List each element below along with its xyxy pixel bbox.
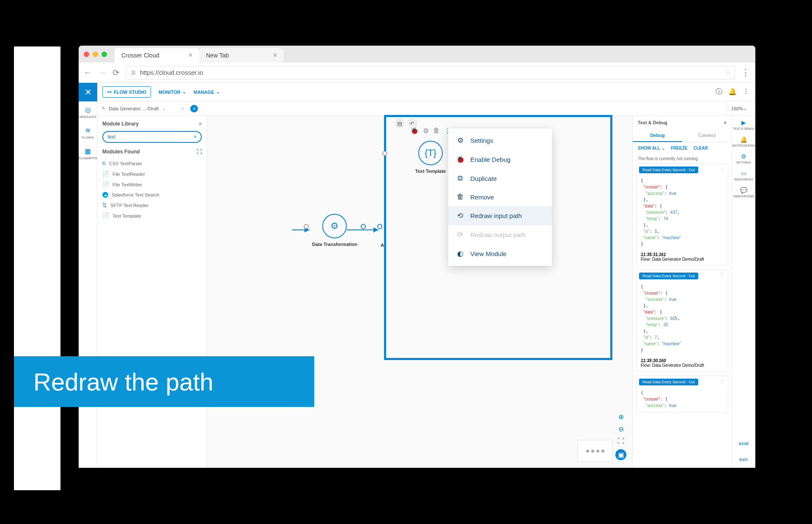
browser-menu-icon[interactable]: ⋮ [741,67,750,78]
found-title: Modules Found [102,149,140,155]
canvas-zoom-controls: ⊕ ⊖ ⛶ ▣ [615,413,626,460]
tab-label: New Tab [206,52,229,59]
flow-studio-button[interactable]: ⊶FLOW STUDIO [102,86,151,98]
context-menu-item[interactable]: ◐View Module [448,244,552,263]
rail-label: FLOWS [82,136,93,139]
module-label: Text Template [112,213,141,218]
close-window-icon[interactable] [84,52,89,57]
right-rail-item[interactable]: ⚙SETTINGS [736,153,751,164]
manage-menu[interactable]: MANAGE⌄ [194,89,220,95]
show-all-dropdown[interactable]: SHOW ALL ⌄ [638,146,665,150]
browser-tab-new[interactable]: New Tab× [199,48,284,63]
browser-tab-crosser[interactable]: Crosser Cloud× [115,48,199,63]
rail-icon: 🔔 [740,136,747,143]
rail-icon: ▶ [741,119,746,126]
close-tab-icon[interactable]: × [189,52,192,59]
input-port[interactable] [304,224,309,229]
zoom-in-icon[interactable]: ⊕ [618,413,624,421]
trash-icon[interactable]: 🗑 [433,127,440,135]
chevron-down-icon: ⌄ [216,89,220,95]
minimize-window-icon[interactable] [93,52,98,57]
card-more-icon[interactable]: ⋮ [720,273,724,278]
flow-canvas[interactable]: ▤ ↶ ⚙ Data Transformation [207,116,632,468]
input-port[interactable] [377,224,382,229]
app-header: ✕ ⊶FLOW STUDIO MONITOR⌄ MANAGE⌄ ⓘ 🔔 ⋮ [79,83,755,101]
context-menu-item[interactable]: ⧉Duplicate [448,169,552,188]
rail-flowapps[interactable]: ▦FLOWAPPS [79,147,97,160]
panel-tabs: Debug Connect [633,129,732,142]
tab-connect[interactable]: Connect [682,129,732,142]
rail-icon: ⚙ [741,153,746,160]
card-more-icon[interactable]: ⋮ [720,166,724,172]
rail-flows[interactable]: ≋FLOWS [82,126,93,139]
module-item[interactable]: ⇅SFTP Text Reader [102,200,202,210]
right-rail-item[interactable]: ▭RESOURCES [734,170,753,181]
debug-icon[interactable]: 🐞 [410,127,419,135]
notification-icon[interactable]: 🔔 [728,87,737,96]
close-crumb-icon[interactable]: × [181,106,184,111]
module-item[interactable]: 📄Text Template [102,210,202,221]
breadcrumb-label: Data Generator ... /Draft [109,106,159,111]
chevron-down-icon[interactable]: ⌄ [162,106,166,111]
add-tab-button[interactable]: + [190,105,198,112]
debug-card-list[interactable]: Read Data Every Second - Out⋮{ "crosser"… [633,164,732,468]
module-search-input[interactable]: text× [102,131,202,143]
back-icon[interactable]: ← [84,68,92,77]
right-rail-item[interactable]: 🔔NOTIFICATIONS [732,136,755,147]
gear-icon[interactable]: ⚙ [423,127,429,135]
reload-icon[interactable]: ⟳ [112,68,120,78]
monitor-menu[interactable]: MONITOR⌄ [159,89,186,95]
app-menu-icon[interactable]: ⋮ [743,87,749,96]
banner-text: Redraw the path [33,368,214,396]
module-item[interactable]: ☁Salesforce Text Search [102,190,202,200]
help-icon[interactable]: ⓘ [716,87,722,96]
rail-modules[interactable]: ◎MODULES [80,106,96,119]
forward-icon[interactable]: → [98,68,107,77]
node-partial[interactable]: A [381,214,384,248]
minimap[interactable] [577,440,613,462]
module-item[interactable]: 📄File TextReader [102,169,202,179]
node-label: Data Transformation [312,242,357,247]
context-menu-item[interactable]: ⟲Redraw input path [448,206,552,225]
context-menu-item[interactable]: 🐞Enable Debug [448,150,552,169]
white-sidebar-bg [14,46,60,490]
right-rail-button[interactable]: SAVE [739,442,749,446]
menu-item-icon: 🗑 [456,193,464,201]
right-rail-item[interactable]: ▶TEST & DEBUG [733,119,754,130]
freeze-button[interactable]: FREEZE [671,146,687,150]
context-menu-item[interactable]: 🗑Remove [448,188,552,206]
right-rail-button[interactable]: EXIT [739,458,748,462]
edit-icon[interactable]: ✎ [102,106,105,111]
module-item[interactable]: ⎘CSV TextParser [102,158,202,169]
test-debug-panel: Test & Debug× Debug Connect SHOW ALL ⌄ F… [632,116,732,468]
maximize-window-icon[interactable] [102,52,107,57]
context-menu-item[interactable]: ⚙Settings [448,131,552,150]
zoom-indicator[interactable]: 160% ⌄ [727,101,751,115]
card-more-icon[interactable]: ⋮ [720,379,724,384]
app-logo[interactable]: ✕ [79,83,97,101]
node-data-transformation[interactable]: ⚙ Data Transformation [312,214,357,247]
close-panel-icon[interactable]: × [724,120,727,125]
rail-label: ANNOTATIONS [733,195,754,198]
debug-chip: Read Data Every Second - Out [639,273,698,279]
module-label: File TextReader [112,172,145,177]
right-rail-item[interactable]: 💬ANNOTATIONS [733,187,754,198]
fit-icon[interactable]: ▣ [615,449,626,460]
fullscreen-icon[interactable]: ⛶ [617,437,624,445]
right-rail: ▶TEST & DEBUG🔔NOTIFICATIONS⚙SETTINGS▭RES… [732,116,755,468]
address-bar: ← → ⟳ 🗎https://cloud.crosser.io☆ ⋮ [79,63,755,83]
url-input[interactable]: 🗎https://cloud.crosser.io☆ [126,66,735,79]
close-panel-icon[interactable]: × [199,121,202,127]
module-item[interactable]: 📄File TextWriter [102,179,202,190]
output-port[interactable] [361,224,366,229]
page-info-icon[interactable]: 🗎 [130,69,137,76]
clear-button[interactable]: CLEAR [693,146,708,150]
zoom-out-icon[interactable]: ⊖ [618,425,624,433]
input-port[interactable] [382,151,387,156]
tab-debug[interactable]: Debug [633,129,682,142]
close-tab-icon[interactable]: × [273,52,277,59]
expand-icon[interactable]: ⛶ [197,149,202,155]
bookmark-icon[interactable]: ☆ [725,69,730,76]
module-icon: 📄 [102,181,109,188]
clear-search-icon[interactable]: × [194,134,197,140]
